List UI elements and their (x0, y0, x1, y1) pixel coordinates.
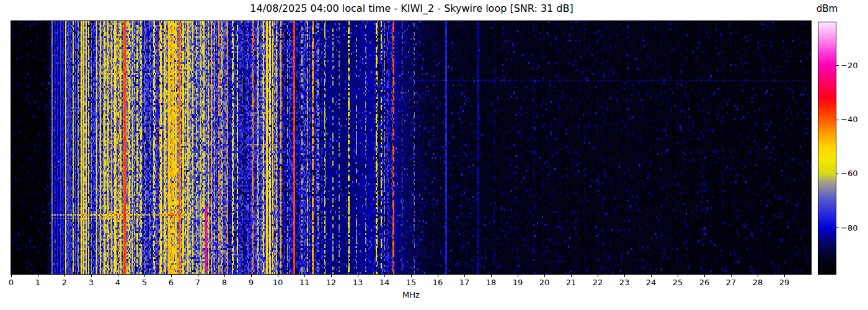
x-tick-mark (64, 275, 65, 277)
plot-area (11, 20, 812, 275)
x-tick-label: 17 (454, 278, 475, 287)
x-tick-mark (304, 275, 305, 277)
x-tick-label: 9 (241, 278, 262, 287)
x-tick-mark (624, 275, 625, 277)
colorbar-tick-mark (836, 174, 839, 174)
x-tick-mark (224, 275, 225, 277)
x-tick-label: 4 (107, 278, 128, 287)
spectrogram-figure: 14/08/2025 04:00 local time - KIWI_2 - S… (0, 0, 868, 310)
spectrogram-canvas (11, 21, 811, 274)
x-tick-mark (118, 275, 118, 277)
colorbar-tick-mark (836, 228, 839, 228)
x-tick-mark (464, 275, 465, 277)
colorbar-tick-mark (836, 120, 839, 120)
colorbar-tick-label: −80 (841, 223, 866, 233)
x-tick-mark (331, 275, 332, 277)
x-axis-label: MHz (349, 290, 473, 299)
x-tick-mark (491, 275, 492, 277)
x-tick-mark (38, 275, 38, 277)
x-tick-label: 15 (401, 278, 422, 287)
x-tick-label: 5 (134, 278, 155, 287)
x-tick-label: 29 (774, 278, 795, 287)
x-tick-label: 6 (161, 278, 182, 287)
x-tick-label: 8 (214, 278, 235, 287)
x-tick-mark (144, 275, 145, 277)
x-tick-mark (251, 275, 252, 277)
x-tick-label: 7 (187, 278, 208, 287)
x-tick-mark (598, 275, 598, 277)
x-tick-label: 28 (747, 278, 768, 287)
x-tick-mark (651, 275, 652, 277)
x-tick-label: 23 (614, 278, 635, 287)
colorbar-tick-label: −60 (841, 169, 866, 179)
chart-title: 14/08/2025 04:00 local time - KIWI_2 - S… (11, 2, 812, 15)
x-tick-mark (438, 275, 438, 277)
colorbar-tick-label: −40 (841, 115, 866, 125)
x-tick-mark (198, 275, 198, 277)
x-tick-label: 26 (694, 278, 715, 287)
x-tick-label: 2 (54, 278, 75, 287)
x-tick-mark (11, 275, 12, 277)
x-tick-label: 19 (507, 278, 528, 287)
x-tick-mark (758, 275, 758, 277)
colorbar-label: dBm (808, 3, 846, 14)
x-tick-label: 3 (81, 278, 102, 287)
x-tick-mark (384, 275, 385, 277)
x-tick-label: 11 (294, 278, 315, 287)
colorbar-tick-label: −20 (841, 61, 866, 71)
x-tick-label: 25 (667, 278, 688, 287)
x-tick-mark (171, 275, 172, 277)
x-tick-label: 13 (347, 278, 368, 287)
x-tick-mark (518, 275, 518, 277)
x-tick-label: 21 (560, 278, 582, 287)
x-tick-label: 22 (587, 278, 608, 287)
x-tick-mark (544, 275, 545, 277)
x-tick-mark (571, 275, 572, 277)
x-tick-label: 27 (720, 278, 742, 287)
x-tick-mark (784, 275, 785, 277)
x-tick-mark (358, 275, 358, 277)
x-tick-mark (91, 275, 92, 277)
x-tick-label: 20 (534, 278, 555, 287)
x-tick-label: 18 (480, 278, 502, 287)
x-tick-label: 14 (374, 278, 395, 287)
x-tick-label: 24 (640, 278, 662, 287)
x-tick-label: 0 (1, 278, 22, 287)
x-tick-mark (278, 275, 278, 277)
x-tick-mark (411, 275, 412, 277)
x-tick-label: 1 (27, 278, 48, 287)
x-tick-mark (678, 275, 678, 277)
colorbar-tick-mark (836, 65, 839, 66)
colorbar (818, 22, 836, 275)
x-tick-mark (704, 275, 705, 277)
x-tick-label: 16 (427, 278, 448, 287)
x-tick-mark (731, 275, 732, 277)
x-tick-label: 10 (267, 278, 288, 287)
x-tick-label: 12 (321, 278, 342, 287)
